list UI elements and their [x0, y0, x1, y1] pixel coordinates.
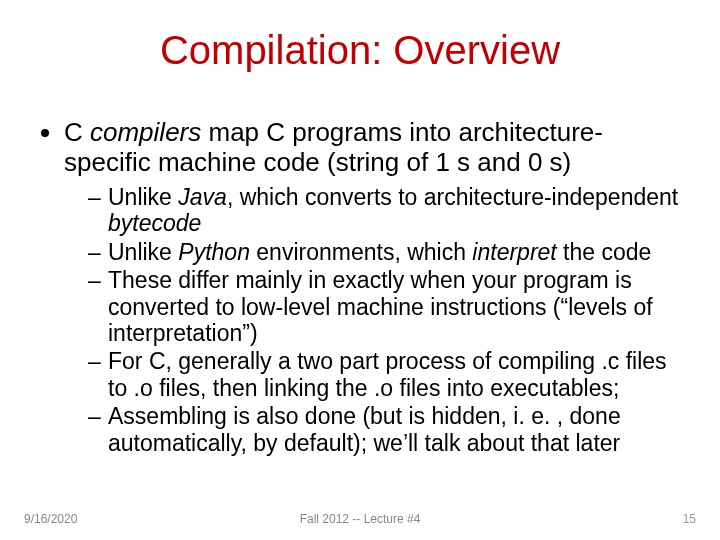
- sub-bullet: Unlike Java, which converts to architect…: [88, 184, 684, 237]
- slide-body: C compilers map C programs into architec…: [36, 118, 684, 460]
- slide-number: 15: [683, 512, 696, 526]
- sub-bullet: Assembling is also done (but is hidden, …: [88, 403, 684, 456]
- sub-bullet: For C, generally a two part process of c…: [88, 348, 684, 401]
- bullet-level1: C compilers map C programs into architec…: [64, 118, 684, 456]
- bullet1-pre: C: [64, 117, 90, 147]
- footer-center: Fall 2012 -- Lecture #4: [0, 512, 720, 526]
- sub-bullet: These differ mainly in exactly when your…: [88, 267, 684, 346]
- slide: Compilation: Overview C compilers map C …: [0, 0, 720, 540]
- slide-footer: 9/16/2020 Fall 2012 -- Lecture #4 15: [0, 506, 720, 526]
- sub-bullet: Unlike Python environments, which interp…: [88, 239, 684, 265]
- bullet1-emph: compilers: [90, 117, 201, 147]
- slide-title: Compilation: Overview: [0, 28, 720, 73]
